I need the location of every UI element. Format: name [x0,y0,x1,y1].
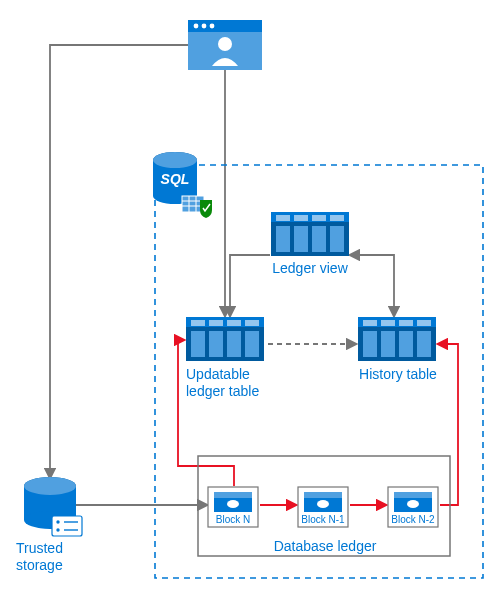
svg-rect-23 [294,215,308,221]
svg-rect-19 [294,226,308,252]
updatable-ledger-table-label: Updatable ledger table [186,366,271,400]
svg-rect-43 [381,320,395,326]
svg-point-51 [56,520,59,523]
svg-point-9 [153,152,197,168]
svg-rect-18 [276,226,290,252]
svg-rect-25 [330,215,344,221]
svg-rect-44 [399,320,413,326]
svg-rect-45 [417,320,431,326]
svg-point-53 [56,528,59,531]
sql-database-icon: SQL [153,152,212,218]
svg-rect-34 [227,320,241,326]
trusted-storage-label: Trusted storage [16,540,86,574]
svg-rect-28 [191,331,205,357]
svg-rect-33 [209,320,223,326]
svg-rect-50 [52,516,82,536]
block-n2-label: Block N-2 [391,514,435,525]
svg-rect-29 [209,331,223,357]
svg-rect-20 [312,226,326,252]
diagram-canvas: SQL [0,0,500,590]
database-ledger-label: Database ledger [260,538,390,555]
svg-point-5 [218,37,232,51]
svg-rect-57 [214,492,252,498]
svg-point-66 [407,500,419,508]
history-table-icon [358,317,436,361]
svg-rect-24 [312,215,326,221]
svg-rect-30 [227,331,241,357]
arrow-n2-to-history [438,344,458,505]
svg-point-4 [210,24,215,29]
svg-rect-31 [245,331,259,357]
svg-rect-42 [363,320,377,326]
svg-point-49 [24,477,76,495]
svg-rect-38 [363,331,377,357]
trusted-storage-icon [24,477,82,536]
svg-point-62 [317,500,329,508]
block-n-label: Block N [216,514,250,525]
arrow-blockn-to-updatable [178,340,234,486]
arrow-view-to-updatable [230,255,270,316]
svg-rect-61 [304,492,342,498]
svg-rect-32 [191,320,205,326]
svg-rect-21 [330,226,344,252]
svg-rect-39 [381,331,395,357]
svg-rect-35 [245,320,259,326]
svg-point-3 [202,24,207,29]
block-n1-label: Block N-1 [301,514,345,525]
svg-point-58 [227,500,239,508]
ledger-view-table-icon [271,212,349,256]
updatable-ledger-table-icon [186,317,264,361]
ledger-view-label: Ledger view [270,260,350,277]
svg-rect-22 [276,215,290,221]
user-window-icon [188,20,262,70]
svg-rect-41 [417,331,431,357]
history-table-label: History table [356,366,440,383]
svg-point-2 [194,24,199,29]
arrow-view-to-history [350,255,394,316]
svg-rect-1 [188,20,262,32]
arrow-user-to-storage [50,45,188,478]
svg-rect-40 [399,331,413,357]
svg-rect-65 [394,492,432,498]
svg-text:SQL: SQL [161,171,190,187]
